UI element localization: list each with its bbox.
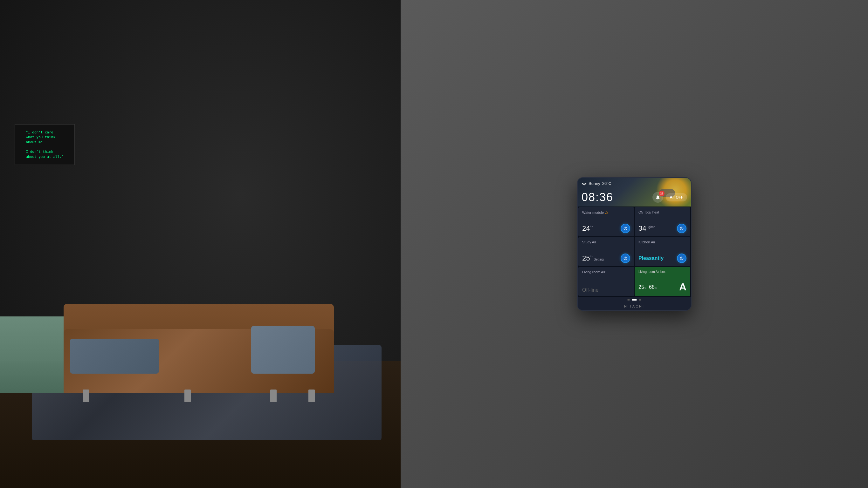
right-panel: Sunny 26°C 08:36 25 All OFF	[401, 0, 868, 488]
sofa-leg-3	[270, 390, 277, 402]
power-icon	[623, 226, 628, 231]
kitchen-air-card[interactable]: Kitchen Air Pleasantly	[634, 237, 690, 266]
study-air-main: 25°cSetting	[582, 254, 630, 263]
warning-icon: ⚠	[605, 210, 609, 215]
notification-badge: 25	[659, 191, 664, 196]
q5-total-heat-card[interactable]: Q5 Total heat 34μg/m²	[634, 207, 690, 236]
water-module-power-button[interactable]	[621, 224, 630, 233]
device-footer-dots	[578, 297, 691, 303]
notification-button[interactable]: 25	[652, 192, 663, 203]
sofa-leg-4	[308, 390, 315, 402]
sofa-cushion-right	[251, 326, 315, 373]
air-box-values: 25°c 68%	[639, 284, 657, 290]
living-room-panel: "I don't care what you think about me. I…	[0, 0, 401, 488]
armchair-seat	[0, 361, 73, 393]
weather-condition: Sunny	[589, 181, 600, 186]
study-air-card[interactable]: Study Air 25°cSetting	[578, 237, 634, 266]
weather-top-row: Sunny 26°C	[582, 181, 612, 186]
hitachi-device: Sunny 26°C 08:36 25 All OFF	[577, 177, 691, 311]
power-icon	[623, 256, 628, 261]
all-off-button[interactable]: All OFF	[666, 193, 687, 201]
water-module-card[interactable]: Water module ⚠ 24°c	[578, 207, 634, 236]
sofa-cushion-left	[70, 339, 159, 373]
wall-art: "I don't care what you think about me. I…	[14, 124, 75, 165]
power-icon	[679, 256, 684, 261]
air-box-title: Living room Air box	[639, 270, 686, 273]
header-controls: 25 All OFF	[652, 192, 687, 203]
study-air-power-button[interactable]	[621, 254, 630, 263]
kitchen-air-main: Pleasantly	[639, 254, 686, 263]
device-grid: Water module ⚠ 24°c Q5 To	[578, 206, 691, 297]
q5-power-button[interactable]	[677, 224, 686, 233]
study-air-temp: 25°cSetting	[582, 254, 604, 262]
air-box-temp: 25°c	[639, 284, 646, 290]
living-room-air-box-card[interactable]: Living room Air box 25°c 68% A	[634, 267, 690, 296]
page-dot-2[interactable]	[632, 299, 637, 300]
wall-art-text: "I don't care what you think about me. I…	[26, 130, 64, 159]
study-air-title: Study Air	[582, 240, 630, 244]
living-room-air-main: Off-line	[582, 287, 630, 293]
armchair-back	[0, 317, 73, 364]
q5-title: Q5 Total heat	[639, 210, 686, 214]
water-module-main: 24°c	[582, 224, 630, 233]
sofa-body	[64, 329, 334, 393]
sofa	[64, 304, 334, 393]
air-box-grade: A	[679, 281, 686, 293]
living-room-air-status: Off-line	[582, 287, 598, 293]
armchair-left	[0, 317, 73, 393]
living-room-air-card[interactable]: Living room Air Off-line	[578, 267, 634, 296]
water-module-title: Water module ⚠	[582, 210, 630, 215]
water-module-temp: 24°c	[582, 224, 593, 233]
q5-unit: μg/m²	[646, 225, 655, 229]
study-air-setting: Setting	[594, 258, 603, 261]
svg-point-0	[584, 185, 584, 186]
page-dot-3[interactable]	[639, 299, 641, 300]
air-box-main: 25°c 68% A	[639, 281, 686, 293]
weather-temperature: 26°C	[602, 181, 612, 186]
page-dot-1[interactable]	[627, 299, 630, 300]
sofa-leg-2	[184, 390, 191, 402]
time-display: 08:36	[582, 191, 613, 204]
q5-main: 34μg/m²	[639, 224, 686, 233]
weather-header: Sunny 26°C 08:36 25 All OFF	[578, 178, 691, 206]
kitchen-air-status: Pleasantly	[639, 255, 663, 261]
kitchen-air-power-button[interactable]	[677, 254, 686, 263]
wifi-icon	[582, 182, 587, 186]
hitachi-brand-label: HITACHI	[578, 303, 691, 310]
sofa-leg-1	[83, 390, 89, 402]
time-row: 08:36 25 All OFF	[582, 191, 687, 204]
air-box-humidity: 68%	[649, 284, 657, 290]
q5-value: 34μg/m²	[639, 224, 655, 233]
kitchen-air-title: Kitchen Air	[639, 240, 686, 244]
power-icon	[679, 226, 684, 231]
living-room-air-title: Living room Air	[582, 270, 630, 274]
